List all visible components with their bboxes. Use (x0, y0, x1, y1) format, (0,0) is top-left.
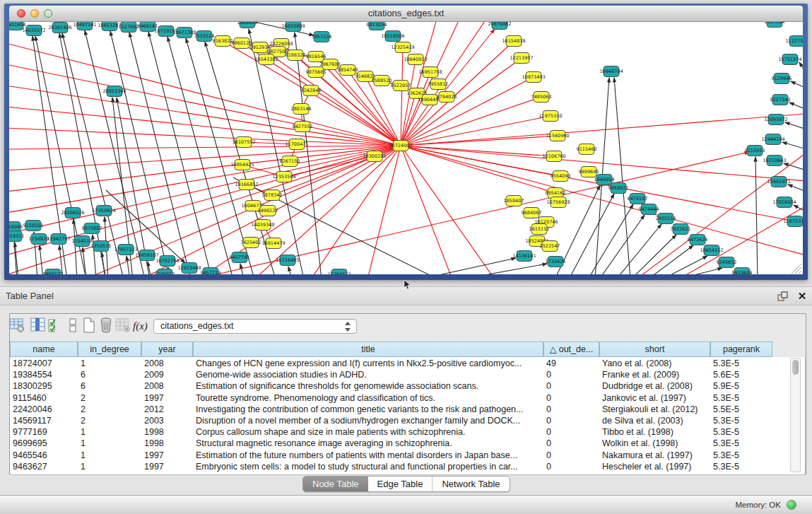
reference-edge[interactable] (616, 224, 661, 274)
function-builder-icon[interactable]: f(x) (133, 317, 151, 335)
paper-node[interactable]: 20206526 (61, 208, 84, 218)
reference-edge[interactable] (784, 163, 803, 170)
reference-edge[interactable] (614, 78, 630, 274)
citation-edge[interactable] (9, 146, 401, 234)
paper-node[interactable]: 9457719 (201, 268, 221, 275)
reference-edge[interactable] (465, 264, 547, 274)
paper-node[interactable]: 8933604 (732, 268, 753, 275)
paper-node[interactable]: 3919311 (9, 231, 24, 242)
paper-node[interactable]: 9242848 (301, 86, 322, 96)
paper-node[interactable]: 20053346 (102, 86, 126, 97)
paper-node[interactable]: 19854925 (230, 160, 254, 170)
paper-node[interactable]: 9163822 (213, 36, 233, 47)
paper-node[interactable]: 18640910 (404, 54, 427, 65)
column-header-out_de[interactable]: △ out_de... (543, 341, 599, 357)
reference-edge[interactable] (799, 62, 803, 74)
citation-edge[interactable] (9, 146, 401, 170)
table-row[interactable]: 2242004622012Investigating the contribut… (10, 404, 790, 415)
paper-node[interactable]: 6479197 (628, 194, 648, 204)
table-row[interactable]: 1830029562008Estimation of significance … (10, 380, 790, 392)
paper-node[interactable]: 2935114 (656, 214, 676, 224)
table-mode-icon[interactable] (8, 317, 27, 335)
paper-node[interactable]: 1156819 (29, 234, 49, 245)
table-source-select[interactable]: citations_edges.txt (153, 319, 357, 334)
tab-network-table[interactable]: Network Table (432, 477, 509, 491)
paper-node[interactable]: 9215953 (745, 146, 765, 156)
delete-column-icon[interactable] (98, 317, 116, 335)
paper-node[interactable]: 2522547 (540, 241, 560, 252)
citation-edge[interactable] (367, 146, 401, 274)
paper-node[interactable]: 1250515 (91, 241, 112, 252)
paper-node[interactable]: 16914479 (261, 238, 285, 249)
table-row[interactable]: 1456911722003Disruption of a novel membe… (10, 415, 790, 426)
reference-edge[interactable] (167, 37, 233, 274)
paper-node[interactable]: 7485063 (531, 92, 552, 103)
paper-node[interactable]: 2803144 (291, 104, 312, 115)
table-row[interactable]: 911546021997Tourette syndrome. Phenomeno… (10, 392, 790, 404)
reference-edge[interactable] (85, 30, 145, 274)
paper-node[interactable]: 16154838 (502, 36, 525, 47)
paper-node[interactable]: 8522057 (391, 81, 411, 91)
column-header-pagerank[interactable]: pagerank (710, 341, 772, 357)
citation-edge[interactable] (401, 77, 534, 146)
close-window-button[interactable] (17, 9, 25, 18)
paper-node[interactable]: 12325419 (391, 42, 414, 53)
paper-node[interactable]: 9699695 (579, 167, 599, 177)
paper-node[interactable]: 16210643 (763, 156, 786, 166)
citation-edge[interactable] (9, 107, 401, 146)
paper-node[interactable]: 20391406 (48, 23, 71, 33)
table-row[interactable]: 946554611997Estimation of the future num… (10, 450, 790, 461)
tab-node-table[interactable]: Node Table (303, 477, 368, 491)
paper-node[interactable]: 11975310 (539, 111, 562, 122)
paper-node[interactable]: 14136141 (512, 251, 536, 262)
paper-node[interactable]: 11540960 (546, 131, 569, 141)
citation-edge[interactable] (401, 146, 452, 274)
reference-edge[interactable] (648, 245, 693, 274)
paper-node[interactable]: 1588520 (372, 76, 392, 86)
paper-node[interactable]: 16951758 (418, 67, 442, 78)
citation-edge[interactable] (401, 114, 803, 146)
reference-edge[interactable] (788, 185, 803, 192)
reference-edge[interactable] (599, 215, 645, 274)
paper-node[interactable]: 15751074 (778, 54, 801, 65)
paper-node[interactable]: 9684067 (522, 208, 542, 218)
paper-node[interactable]: 10497141 (73, 22, 96, 30)
paper-node[interactable]: 7955812 (428, 79, 449, 90)
paper-node[interactable]: 9245652 (717, 257, 737, 268)
table-row[interactable]: 977716911998Corpus callosum shape and si… (10, 426, 790, 438)
close-panel-icon[interactable]: ✕ (796, 289, 808, 303)
paper-node[interactable]: 16648794 (599, 66, 623, 77)
tab-edge-table[interactable]: Edge Table (368, 477, 433, 491)
reference-edge[interactable] (782, 142, 803, 149)
paper-node[interactable]: 1733426 (546, 257, 566, 267)
column-header-short[interactable]: short (599, 341, 710, 357)
table-row[interactable]: 969969511998Structural magnetic resonanc… (10, 438, 790, 449)
paper-node[interactable]: 9958922 (608, 183, 629, 194)
paper-node[interactable]: 10973493 (522, 72, 545, 83)
paper-node[interactable]: 8427552 (293, 122, 313, 132)
reference-edge[interactable] (662, 256, 707, 274)
paper-node[interactable]: 9117304 (765, 22, 785, 28)
float-panel-icon[interactable] (777, 291, 789, 302)
reference-edge[interactable] (789, 103, 803, 110)
column-header-title[interactable]: title (193, 341, 543, 357)
paper-node[interactable]: 17957223 (114, 245, 137, 255)
reference-edge[interactable] (791, 81, 803, 88)
show-columns-icon[interactable] (30, 317, 48, 335)
paper-node[interactable]: 7625402 (241, 238, 261, 248)
paper-node[interactable]: 8813054 (367, 22, 387, 30)
paper-node[interactable]: 9150501 (23, 221, 44, 231)
reference-edge[interactable] (288, 267, 292, 274)
citation-edge[interactable] (9, 146, 401, 213)
paper-node[interactable]: 9129946 (772, 74, 792, 84)
reference-edge[interactable] (126, 256, 130, 274)
paper-node[interactable]: 1604409 (237, 22, 258, 28)
paper-node[interactable]: 17359924 (92, 206, 115, 216)
paper-node[interactable]: 8860128 (232, 38, 252, 49)
table-row[interactable]: 946362711997Embryonic stem cells: a mode… (10, 461, 790, 472)
paper-node[interactable]: 1858407 (504, 196, 524, 206)
paper-node[interactable]: 9875685 (306, 67, 326, 78)
paper-node[interactable]: 8267150 (280, 156, 300, 167)
paper-node[interactable]: 7857224 (312, 32, 332, 42)
paper-node[interactable]: 1498222 (258, 206, 278, 216)
